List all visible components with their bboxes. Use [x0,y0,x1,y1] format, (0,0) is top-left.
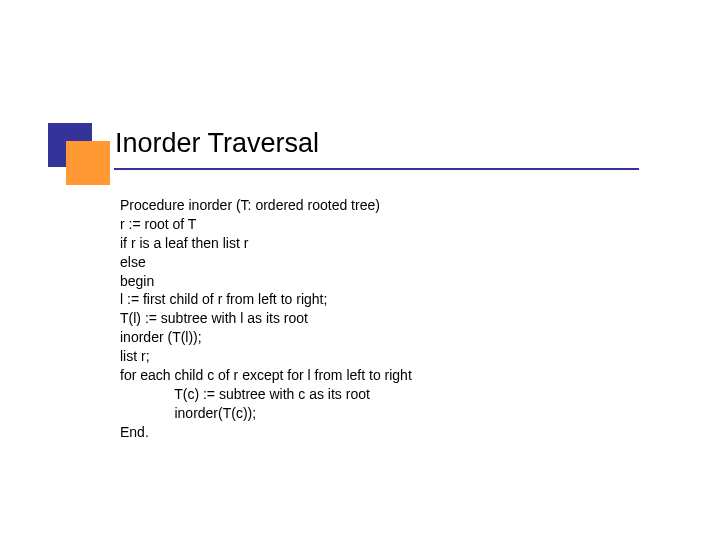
slide-title: Inorder Traversal [115,128,319,159]
pseudocode-line: r := root of T [120,215,660,234]
pseudocode-line: inorder (T(l)); [120,328,660,347]
pseudocode-line: Procedure inorder (T: ordered rooted tre… [120,196,660,215]
pseudocode-line: for each child c of r except for l from … [120,366,660,385]
pseudocode-line: if r is a leaf then list r [120,234,660,253]
pseudocode-line: begin [120,272,660,291]
content-body: Procedure inorder (T: ordered rooted tre… [120,196,660,442]
pseudocode-line: inorder(T(c)); [120,404,660,423]
slide-logo [48,123,110,185]
pseudocode-line: T(l) := subtree with l as its root [120,309,660,328]
pseudocode-line: l := first child of r from left to right… [120,290,660,309]
logo-square-front [66,141,110,185]
pseudocode-line: else [120,253,660,272]
pseudocode-line: list r; [120,347,660,366]
pseudocode-line: End. [120,423,660,442]
pseudocode-line: T(c) := subtree with c as its root [120,385,660,404]
title-area: Inorder Traversal [115,128,319,159]
title-underline [114,168,639,170]
